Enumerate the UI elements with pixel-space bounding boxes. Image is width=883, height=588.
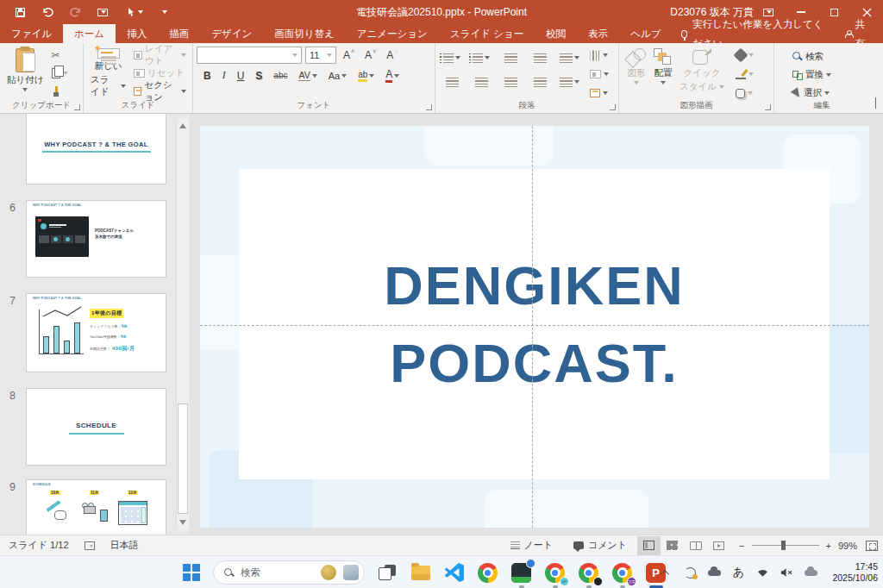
notes-button[interactable]: ノート (500, 535, 564, 556)
font-name-combo[interactable] (197, 47, 302, 64)
tab-insert[interactable]: 挿入 (116, 24, 158, 43)
clear-formatting-button[interactable]: A◌ (383, 48, 401, 62)
language-indicator[interactable]: 日本語 (110, 539, 139, 552)
minimize-button[interactable] (785, 0, 817, 24)
fit-to-window-button[interactable] (866, 541, 878, 551)
copy-button[interactable] (49, 65, 71, 81)
find-button[interactable]: 検索 (790, 50, 834, 63)
customize-qat-button[interactable] (157, 4, 172, 20)
zoom-in-button[interactable]: + (824, 541, 838, 551)
network-button[interactable] (755, 565, 770, 580)
taskbar-search-box[interactable]: 検索 (213, 560, 365, 585)
text-direction-button[interactable] (587, 48, 611, 63)
slide-thumbnail-7[interactable]: WHY PODCAST ? & THE GOAL 1年後の目標 サイトアクセス数… (26, 293, 166, 372)
search-highlight-icon-1[interactable] (321, 565, 336, 580)
scroll-down-icon[interactable] (179, 520, 186, 525)
italic-button[interactable]: I (222, 69, 226, 82)
slide-thumbnail-8[interactable]: SCHEDULE (26, 388, 166, 466)
convert-smartart-button[interactable] (587, 85, 611, 100)
section-button[interactable]: セクション (131, 83, 189, 100)
highlight-color-button[interactable]: ab (358, 70, 374, 82)
bold-button[interactable]: B (204, 70, 211, 82)
touch-mouse-mode-button[interactable] (122, 4, 145, 20)
shrink-font-button[interactable]: A˅ (361, 48, 379, 62)
chrome-profile1-button[interactable]: DP (543, 561, 567, 585)
grow-font-button[interactable]: A˄ (340, 48, 358, 62)
align-center-button[interactable] (468, 73, 494, 91)
cut-button[interactable]: ✂ (49, 47, 71, 63)
shape-effects-button[interactable] (733, 86, 756, 100)
task-view-button[interactable] (375, 561, 398, 585)
zoom-out-button[interactable]: − (730, 541, 746, 551)
zoom-slider[interactable] (752, 545, 819, 546)
maximize-button[interactable] (817, 0, 850, 24)
slide-thumbnail-6[interactable]: WHY PODCAST ? & THE GOAL PODCASTチャンネル 茨木… (26, 200, 166, 278)
character-spacing-button[interactable]: AV (298, 70, 316, 81)
line-spacing-button[interactable] (556, 49, 582, 66)
undo-button[interactable] (40, 4, 55, 20)
slide-title-line2[interactable]: PODCAST. (390, 324, 679, 402)
hidden-icons-button[interactable] (658, 565, 673, 580)
ribbon-display-options-button[interactable] (752, 0, 785, 24)
font-color-button[interactable]: A (385, 68, 399, 83)
current-slide[interactable]: DENGIKEN PODCAST. (200, 126, 869, 528)
tell-me-box[interactable]: 実行したい作業を入力してください (673, 24, 834, 43)
reset-button[interactable]: リセット (131, 66, 189, 80)
drawing-dialog-launcher[interactable] (765, 104, 771, 110)
layout-button[interactable]: レイアウト (131, 47, 189, 64)
shapes-button[interactable]: 図形 (623, 47, 650, 100)
tab-slideshow[interactable]: スライド ショー (439, 24, 535, 43)
slideshow-view-button[interactable] (707, 536, 730, 555)
replace-button[interactable]: 置換 (790, 68, 834, 81)
clock[interactable]: 17:45 2025/10/06 (832, 561, 878, 584)
volume-button[interactable] (779, 565, 794, 580)
paragraph-dialog-launcher[interactable] (610, 104, 616, 110)
shape-outline-button[interactable] (733, 67, 756, 81)
paste-button[interactable]: 貼り付け (3, 47, 47, 100)
change-case-button[interactable]: Aa (329, 71, 347, 81)
onedrive-button[interactable] (706, 565, 722, 580)
align-left-button[interactable] (439, 73, 465, 91)
save-button[interactable] (12, 4, 28, 20)
zoom-level[interactable]: 99% (838, 541, 866, 551)
tab-home[interactable]: ホーム (63, 24, 116, 43)
file-explorer-button[interactable] (409, 561, 432, 585)
tab-design[interactable]: デザイン (200, 24, 263, 43)
underline-button[interactable]: U (237, 70, 245, 82)
chrome-profile3-button[interactable]: 万貴 (611, 561, 634, 585)
start-button[interactable] (179, 561, 203, 585)
text-shadow-button[interactable]: S (255, 70, 262, 82)
normal-view-button[interactable] (637, 536, 661, 555)
slide-title-line1[interactable]: DENGIKEN (384, 247, 685, 324)
tab-review[interactable]: 校閲 (535, 24, 577, 43)
vscode-button[interactable] (442, 561, 466, 585)
zoom-slider-thumb[interactable] (781, 541, 786, 550)
search-highlight-icon-2[interactable] (343, 565, 359, 580)
slide-sorter-view-button[interactable] (661, 536, 684, 555)
tab-draw[interactable]: 描画 (158, 24, 200, 43)
decrease-indent-button[interactable] (498, 49, 523, 66)
display-settings-icon[interactable]: × (85, 541, 95, 550)
slide-indicator[interactable]: スライド 1/12 (9, 539, 69, 552)
font-size-combo[interactable]: 11 (305, 47, 336, 64)
weather-cloud-button[interactable] (803, 565, 818, 580)
justify-button[interactable] (527, 73, 553, 91)
scroll-up-icon[interactable] (179, 123, 186, 128)
format-painter-button[interactable] (49, 84, 71, 100)
increase-indent-button[interactable] (527, 49, 553, 66)
app-with-badge-button[interactable] (510, 561, 533, 585)
font-dialog-launcher[interactable] (426, 104, 432, 110)
vertical-guide[interactable] (532, 126, 533, 528)
comments-button[interactable]: コメント (563, 535, 637, 556)
chrome-button[interactable] (476, 561, 499, 585)
slide-thumbnail-9[interactable]: SCHEDULE 10月 11月 12月 (26, 479, 166, 535)
quick-styles-button[interactable]: クイック スタイル (676, 47, 728, 100)
arrange-button[interactable]: 配置 (650, 47, 676, 100)
clipboard-dialog-launcher[interactable] (74, 104, 80, 110)
horizontal-guide[interactable] (200, 325, 869, 326)
collapse-ribbon-button[interactable] (875, 98, 876, 109)
slide-thumbnail-5[interactable]: WHY PODCAST ? & THE GOAL (26, 114, 166, 185)
tab-animations[interactable]: アニメーション (346, 24, 439, 43)
tab-help[interactable]: ヘルプ (619, 24, 672, 43)
close-button[interactable] (850, 0, 883, 24)
